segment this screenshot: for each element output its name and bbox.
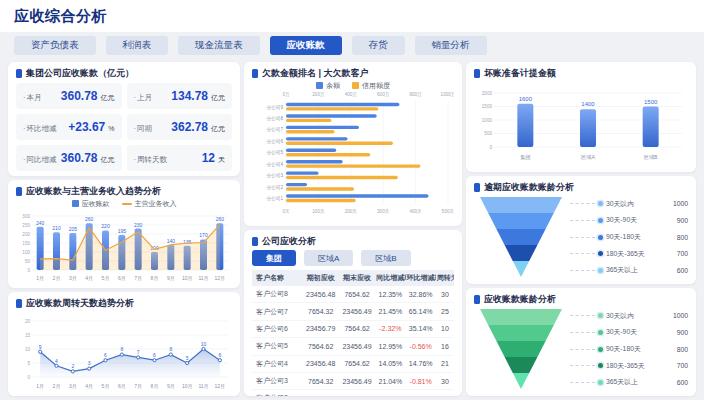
company-table-title: 公司应收分析 [262,235,316,248]
table-cell: 7654.32 [303,303,339,320]
hbar[interactable] [286,160,343,163]
funnel-legend-row[interactable]: 30天-90天900 [570,324,688,341]
svg-text:205: 205 [69,226,78,232]
bar[interactable] [643,107,659,148]
hbar[interactable] [286,194,429,197]
legend-item[interactable]: 余额 [316,81,340,91]
data-point[interactable] [186,361,189,364]
funnel-slice[interactable] [513,373,529,389]
tab-资产负债表[interactable]: 资产负债表 [14,36,96,55]
legend-item[interactable]: 主营业务收入 [122,199,177,209]
hbar[interactable] [286,171,318,174]
funnel-slice[interactable] [496,229,545,245]
data-point[interactable] [55,364,58,367]
funnel-slice[interactable] [480,197,562,213]
data-point[interactable] [39,350,42,353]
kpi-card: 集团公司应收账款（亿元） 本月360.78亿元上月134.78亿元环比增减+23… [8,62,240,176]
hbar[interactable] [286,119,331,122]
svg-text:1500: 1500 [482,104,493,109]
tab-销量分析[interactable]: 销量分析 [415,36,487,55]
table-cell: 23456.49 [339,372,375,389]
hbar[interactable] [286,107,378,110]
funnel-slice[interactable] [488,213,554,229]
data-point[interactable] [153,359,156,362]
bookmark-icon [16,187,22,196]
funnel-slice[interactable] [513,261,529,277]
svg-text:260: 260 [216,216,225,222]
hbar[interactable] [286,137,348,140]
data-point[interactable] [88,367,91,370]
tab-存货[interactable]: 存货 [352,36,405,55]
funnel-legend-row[interactable]: 90天-180天800 [570,229,688,246]
table-row[interactable]: 客户公司423456.487654.6214.05%14.76%21 [252,355,454,372]
bucket-label: 365天以上 [606,265,662,275]
table-row[interactable]: 客户公司77654.3223456.4921.45%65.14%25 [252,303,454,320]
bar[interactable] [580,109,596,147]
hbar[interactable] [286,199,356,202]
tab-利润表[interactable]: 利润表 [106,36,169,55]
bucket-label: 90天-180天 [606,344,662,354]
svg-text:集团: 集团 [520,154,530,160]
tab-现金流量表[interactable]: 现金流量表 [178,36,260,55]
hbar[interactable] [286,130,335,133]
funnel-legend-row[interactable]: 365天以上600 [570,374,688,391]
table-row[interactable]: 客户公司623456.797564.62-2.32%35.14%10 [252,320,454,337]
funnel-legend-row[interactable]: 90天-180天800 [570,341,688,358]
hbar[interactable] [286,187,354,190]
dashed-leader-line [570,253,595,254]
funnel-legend-row[interactable]: 30天以内1000 [570,308,688,325]
legend-item[interactable]: 信用额度 [352,81,390,91]
hbar[interactable] [286,126,359,129]
data-point[interactable] [104,359,107,362]
funnel-legend-row[interactable]: 30天-90天900 [570,212,688,229]
tab-应收账款[interactable]: 应收账款 [270,36,342,55]
region-tab-集团[interactable]: 集团 [252,250,296,266]
region-tab-区域A[interactable]: 区域A [304,250,353,266]
legend-dot-icon [598,251,603,256]
hbar[interactable] [286,153,370,156]
region-tab-区域B[interactable]: 区域B [361,250,410,266]
customer-name: 客户公司4 [252,355,303,372]
table-cell: 30 [436,372,454,389]
table-cell: 25 [436,303,454,320]
hbar[interactable] [286,149,336,152]
funnel-slice[interactable] [496,341,545,357]
hbar[interactable] [286,103,399,106]
funnel-slice[interactable] [480,309,562,325]
funnel-legend-row[interactable]: 180天-365天700 [570,245,688,262]
data-point[interactable] [71,370,74,373]
table-header: 客户名称 [252,270,303,286]
hbar[interactable] [286,142,393,145]
hbar[interactable] [286,114,377,117]
data-point[interactable] [169,353,172,356]
hbar[interactable] [286,183,307,186]
funnel-slice[interactable] [505,357,538,373]
table-row[interactable]: 客户公司37654.3223456.4921.04%-0.81%30 [252,372,454,389]
legend-dot-icon [598,380,603,385]
data-point[interactable] [202,347,205,350]
funnel-legend-row[interactable]: 30天以内1000 [570,196,688,213]
funnel-legend-row[interactable]: 365天以上600 [570,262,688,279]
hbar[interactable] [286,176,398,179]
svg-text:分公司4: 分公司4 [266,161,284,167]
bookmark-icon [474,183,480,192]
hbar[interactable] [286,164,420,167]
svg-text:300: 300 [22,214,30,219]
funnel-slice[interactable] [488,325,554,341]
table-row[interactable]: 客户公司823456.487654.6212.35%32.86%30 [252,286,454,303]
data-point[interactable] [120,353,123,356]
svg-text:100天: 100天 [312,209,325,214]
bucket-label: 30天以内 [606,311,662,321]
legend-item[interactable]: 应收账款 [72,199,110,209]
funnel-legend-row[interactable]: 180天-365天700 [570,357,688,374]
bookmark-icon [474,295,480,304]
data-point[interactable] [218,359,221,362]
dashed-leader-line [570,382,595,383]
table-row[interactable]: 客户公司57564.6223456.4912.95%-0.56%16 [252,338,454,355]
funnel-slice[interactable] [505,245,538,261]
data-point[interactable] [137,356,140,359]
bookmark-icon [252,237,258,246]
svg-text:0: 0 [27,268,30,273]
bar[interactable] [517,104,533,147]
table-row[interactable]: 客户公司223456.797564.6212.85%14.62%24 [252,390,454,396]
